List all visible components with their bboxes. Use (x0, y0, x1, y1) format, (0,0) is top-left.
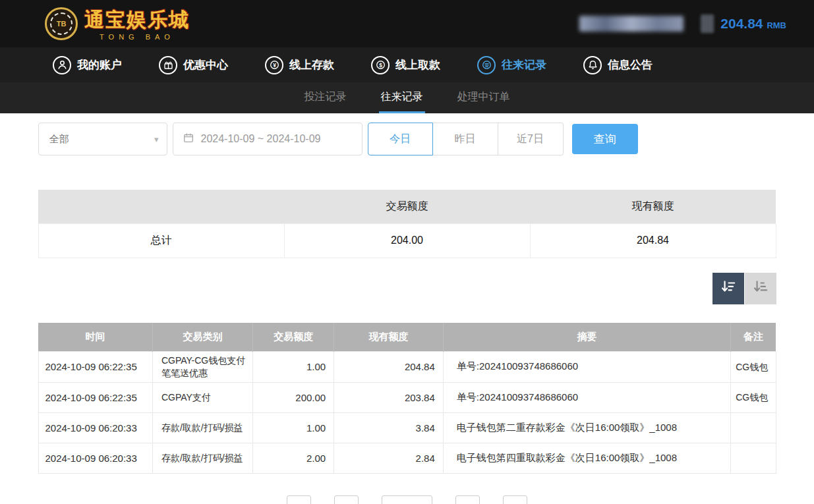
svg-text:¥: ¥ (273, 62, 276, 69)
chevron-down-icon: ▾ (154, 134, 159, 144)
topbar-right: 204.84 RMB (579, 14, 786, 33)
user-icon (53, 56, 71, 74)
nav-label: 线上存款 (289, 57, 334, 72)
type-cell: 存款/取款/打码/损益 (152, 443, 252, 473)
nav-item-withdraw[interactable]: $ 线上取款 (371, 56, 440, 74)
logo-subtitle: TONG BAO (84, 33, 190, 41)
main-content: 全部 ▾ 2024-10-09 ~ 2024-10-09 今日 昨日 近7日 查… (38, 123, 776, 504)
pagination-button[interactable] (287, 495, 311, 504)
table-row: 2024-10-09 06:22:35 CGPAY-CG钱包支付笔笔送优惠 1.… (38, 352, 776, 383)
logo-text: 通宝娱乐城 TONG BAO (84, 7, 190, 41)
gift-icon (159, 56, 177, 74)
nav-label: 优惠中心 (183, 57, 228, 72)
yesterday-button[interactable]: 昨日 (433, 123, 498, 155)
summary-header-row: 交易额度 现有额度 (38, 190, 776, 223)
last7days-button[interactable]: 近7日 (498, 123, 564, 155)
nav-item-deposit[interactable]: ¥ 线上存款 (265, 56, 334, 74)
pagination (38, 495, 776, 504)
balance-group: 204.84 RMB (701, 14, 786, 33)
main-nav: 我的账户 优惠中心 ¥ 线上存款 $ 线上取款 往来记录 信息公告 (0, 47, 814, 82)
header-time: 时间 (38, 323, 152, 352)
withdraw-coin-icon: $ (371, 56, 390, 74)
header-note: 备注 (731, 323, 776, 352)
sort-ascending-icon (752, 279, 769, 298)
header-summary: 摘要 (443, 323, 730, 352)
table-row: 2024-10-09 06:20:33 存款/取款/打码/损益 2.00 2.8… (38, 443, 776, 473)
header-amount: 交易额度 (253, 323, 334, 352)
nav-item-announcements[interactable]: 信息公告 (583, 56, 653, 74)
table-row: 2024-10-09 06:20:33 存款/取款/打码/损益 1.00 3.8… (38, 412, 776, 443)
nav-item-my-account[interactable]: 我的账户 (53, 56, 122, 74)
censored-username (579, 16, 683, 32)
note-cell (731, 443, 776, 473)
pagination-button[interactable] (503, 495, 527, 504)
nav-label: 线上取款 (395, 57, 440, 72)
nav-label: 往来记录 (502, 57, 546, 72)
amount-cell: 1.00 (253, 412, 334, 443)
summary-total-transaction: 204.00 (284, 223, 530, 258)
balance-cell: 2.84 (334, 443, 444, 473)
time-cell: 2024-10-09 06:22:35 (38, 352, 152, 383)
balance-cell: 3.84 (334, 412, 444, 443)
date-range-picker[interactable]: 2024-10-09 ~ 2024-10-09 (173, 123, 363, 155)
search-button[interactable]: 查询 (572, 124, 638, 154)
header-type: 交易类别 (152, 323, 252, 352)
amount-cell: 1.00 (253, 352, 334, 383)
sort-descending-button[interactable] (712, 273, 744, 304)
nav-item-records[interactable]: 往来记录 (477, 56, 546, 74)
sort-ascending-button[interactable] (745, 273, 776, 304)
table-header-row: 时间 交易类别 交易额度 现有额度 摘要 备注 (38, 323, 776, 352)
svg-text:$: $ (379, 62, 382, 69)
summary-header-empty (38, 190, 284, 223)
nav-item-promotions[interactable]: 优惠中心 (159, 56, 228, 74)
table-row: 2024-10-09 06:22:35 CGPAY支付 200.00 203.8… (38, 382, 776, 412)
today-button[interactable]: 今日 (368, 123, 433, 155)
note-cell: CG钱包 (731, 352, 776, 383)
currency-label: RMB (767, 20, 786, 30)
deposit-coin-icon: ¥ (265, 56, 283, 74)
summary-cell: 单号:202410093748686060 (443, 352, 730, 383)
time-cell: 2024-10-09 06:22:35 (38, 382, 152, 412)
summary-total-current: 204.84 (530, 223, 776, 258)
sort-descending-icon (720, 279, 737, 298)
balance-value: 204.84 (720, 16, 763, 31)
type-cell: CGPAY-CG钱包支付笔笔送优惠 (152, 352, 252, 383)
filter-row: 全部 ▾ 2024-10-09 ~ 2024-10-09 今日 昨日 近7日 查… (38, 123, 776, 155)
note-cell (731, 412, 776, 443)
transactions-table: 时间 交易类别 交易额度 现有额度 摘要 备注 2024-10-09 06:22… (38, 323, 776, 474)
records-icon (477, 56, 496, 74)
type-cell: CGPAY支付 (152, 382, 252, 412)
type-select[interactable]: 全部 ▾ (38, 123, 167, 155)
tab-bet-records[interactable]: 投注记录 (303, 82, 349, 113)
record-tabs: 投注记录 往来记录 处理中订单 (0, 82, 814, 113)
calendar-icon (183, 132, 194, 146)
tab-transaction-records[interactable]: 往来记录 (379, 82, 425, 113)
tab-pending-orders[interactable]: 处理中订单 (455, 82, 512, 113)
summary-cell: 单号:202410093748686060 (443, 382, 730, 412)
time-cell: 2024-10-09 06:20:33 (38, 412, 152, 443)
pagination-button[interactable] (455, 495, 480, 504)
logo[interactable]: TB 通宝娱乐城 TONG BAO (45, 7, 190, 41)
balance-cell: 203.84 (334, 382, 444, 412)
pagination-button[interactable] (334, 495, 359, 504)
bell-icon (583, 56, 602, 74)
pagination-page-select[interactable] (382, 495, 432, 504)
quick-date-group: 今日 昨日 近7日 (368, 123, 564, 155)
summary-cell: 电子钱包第二重存款彩金《次日16:00领取》_1008 (443, 412, 730, 443)
balance-cell: 204.84 (334, 352, 444, 383)
date-range-value: 2024-10-09 ~ 2024-10-09 (201, 133, 321, 145)
amount-cell: 200.00 (253, 382, 334, 412)
summary-table: 交易额度 现有额度 总计 204.00 204.84 (38, 190, 776, 258)
summary-total-label: 总计 (38, 223, 284, 258)
note-cell: CG钱包 (731, 382, 776, 412)
logo-title: 通宝娱乐城 (84, 7, 190, 34)
summary-cell: 电子钱包第四重取款彩金《次日16:00领取》_1008 (443, 443, 730, 473)
nav-label: 我的账户 (77, 57, 122, 72)
summary-header-current: 现有额度 (530, 190, 776, 223)
chip-initials: TB (50, 13, 73, 35)
poker-chip-icon: TB (45, 7, 78, 40)
sort-controls (38, 273, 776, 304)
topbar: TB 通宝娱乐城 TONG BAO 204.84 RMB (0, 0, 814, 47)
type-cell: 存款/取款/打码/损益 (152, 412, 252, 443)
time-cell: 2024-10-09 06:20:33 (38, 443, 152, 473)
